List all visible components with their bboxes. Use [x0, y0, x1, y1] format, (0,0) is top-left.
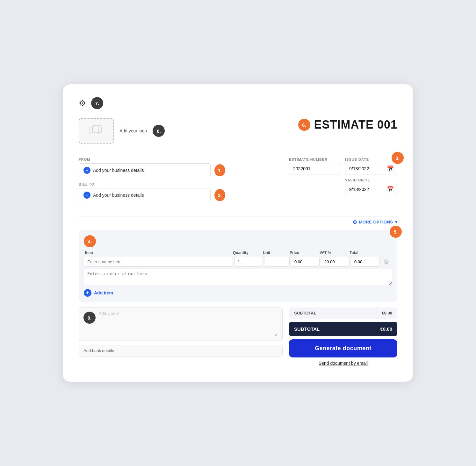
right-fields-section: 3. ESTIMATE NUMBER ISSUE DATE 📅 — [283, 158, 397, 195]
col-unit-header: Unit — [263, 251, 288, 255]
add-item-button[interactable]: + Add item — [84, 289, 113, 297]
badge-9[interactable]: 9. — [83, 312, 96, 324]
badge-2[interactable]: 2. — [214, 189, 225, 201]
estimate-number-date-row: ESTIMATE NUMBER ISSUE DATE 📅 — [289, 158, 397, 174]
estimate-number-label: ESTIMATE NUMBER — [289, 158, 340, 161]
item-description-input[interactable] — [84, 269, 392, 285]
more-options-dots-icon: ⊕ — [353, 219, 357, 225]
header-row: FROM + Add your business details 1. BILL… — [79, 158, 397, 207]
right-bottom: SUBTOTAL €0.00 SUBTOTAL €0.00 Generate d… — [289, 307, 397, 366]
subtotal-dark-label: SUBTOTAL — [294, 326, 320, 332]
note-textarea[interactable] — [99, 317, 278, 336]
valid-until-group: VALID UNTIL 📅 — [345, 178, 397, 195]
send-email-button[interactable]: Send document by email — [289, 361, 397, 366]
bill-to-plus-icon: + — [83, 192, 90, 199]
top-bar: ⚙ 7. — [79, 97, 397, 109]
item-unit-input[interactable] — [264, 257, 290, 267]
add-logo-label[interactable]: Add your logo — [119, 128, 147, 133]
item-price-input[interactable] — [291, 257, 320, 267]
logo-box[interactable] — [79, 118, 114, 144]
badge-4[interactable]: 4. — [84, 235, 96, 247]
badge-5[interactable]: 5. — [390, 226, 402, 238]
more-options-button[interactable]: ⊕ MORE OPTIONS ▾ — [353, 219, 397, 225]
estimate-title-area: 6. ESTIMATE 001 — [298, 118, 397, 131]
table-row: 🗑 — [84, 257, 392, 267]
issue-date-group: ISSUE DATE 📅 — [345, 158, 397, 174]
logo-section: Add your logo 8. — [79, 118, 165, 144]
badge-6[interactable]: 6. — [298, 119, 310, 131]
subtotal-light-value: €0.00 — [382, 311, 392, 315]
item-vat-input[interactable] — [321, 257, 350, 267]
issue-date-calendar-icon[interactable]: 📅 — [384, 165, 397, 172]
add-bill-to-label: Add your business details — [93, 193, 144, 198]
delete-item-button[interactable]: 🗑 — [381, 258, 392, 265]
badge-3[interactable]: 3. — [392, 152, 404, 164]
add-item-plus-icon: + — [84, 289, 91, 297]
from-label: FROM — [79, 158, 225, 161]
estimate-number-group: ESTIMATE NUMBER — [289, 158, 340, 174]
col-quantity-header: Quantity — [233, 251, 262, 255]
left-bottom: 9. Add a note Add bank details — [79, 307, 283, 357]
more-options-label: MORE OPTIONS — [359, 220, 393, 224]
add-from-details-button[interactable]: + Add your business details — [79, 163, 211, 177]
more-options-chevron-icon: ▾ — [395, 220, 398, 224]
items-section: 4. 5. Item Quantity Unit Price VAT % Tot… — [79, 230, 397, 302]
from-bill-section: FROM + Add your business details 1. BILL… — [79, 158, 225, 207]
logo-placeholder-icon — [89, 125, 103, 137]
add-item-label: Add item — [94, 290, 113, 295]
subtotal-light-row: SUBTOTAL €0.00 — [289, 307, 397, 319]
bottom-section: 9. Add a note Add bank details SUBTOTAL … — [79, 307, 397, 366]
col-vat-header: VAT % — [320, 251, 348, 255]
subtotal-light-label: SUBTOTAL — [294, 311, 316, 315]
bank-details-label: Add bank details — [83, 348, 114, 353]
bill-to-section: BILL TO + Add your business details 2. — [79, 182, 225, 202]
bill-to-label: BILL TO — [79, 182, 225, 186]
badge-1[interactable]: 1. — [214, 164, 225, 176]
note-placeholder-label: Add a note — [99, 311, 278, 316]
add-from-label: Add your business details — [93, 168, 144, 173]
estimate-number-input[interactable] — [289, 163, 340, 174]
col-price-header: Price — [290, 251, 318, 255]
valid-until-label: VALID UNTIL — [345, 178, 397, 182]
generate-document-button[interactable]: Generate document — [289, 339, 397, 357]
estimate-title: ESTIMATE 001 — [314, 118, 397, 131]
item-name-input[interactable] — [84, 257, 233, 267]
column-headers: Item Quantity Unit Price VAT % Total — [84, 251, 392, 255]
add-bill-to-button[interactable]: + Add your business details — [79, 188, 211, 202]
valid-until-calendar-icon[interactable]: 📅 — [384, 186, 397, 193]
col-total-header: Total — [350, 251, 378, 255]
valid-until-input[interactable] — [345, 184, 384, 195]
badge-7[interactable]: 7. — [91, 97, 103, 109]
from-section: FROM + Add your business details 1. — [79, 158, 225, 177]
more-options-row: ⊕ MORE OPTIONS ▾ — [79, 219, 397, 225]
issue-date-label: ISSUE DATE — [345, 158, 397, 161]
badge-8[interactable]: 8. — [153, 125, 165, 137]
item-description-row — [84, 269, 392, 286]
items-header: 4. — [84, 235, 392, 247]
bank-details-row[interactable]: Add bank details — [79, 345, 283, 357]
note-area: 9. Add a note — [79, 307, 283, 341]
divider — [79, 216, 397, 216]
subtotal-dark-row: SUBTOTAL €0.00 — [289, 322, 397, 336]
issue-date-input[interactable] — [345, 163, 384, 174]
subtotal-dark-value: €0.00 — [380, 326, 392, 332]
from-plus-icon: + — [83, 167, 90, 174]
main-card: ⚙ 7. Add your logo 8. 6. ESTIMATE 001 FR… — [63, 84, 413, 382]
item-total-input[interactable] — [351, 257, 379, 267]
col-item-header: Item — [85, 251, 232, 255]
item-quantity-input[interactable] — [234, 257, 263, 267]
gear-icon[interactable]: ⚙ — [79, 98, 86, 108]
